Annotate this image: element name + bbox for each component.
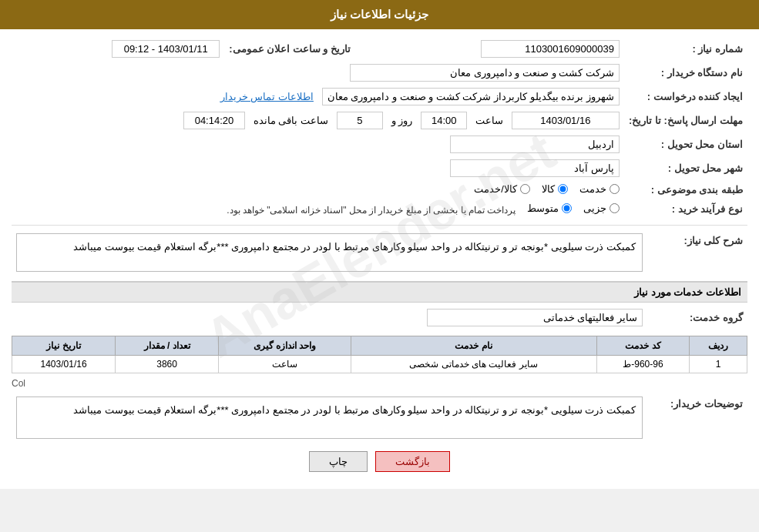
ijad-konande-value: شهروز برنده بیگدیلو کاربرداز شرکت کشت و … [12, 85, 624, 109]
button-bar: بازگشت چاپ [12, 451, 747, 472]
tawzihat-box: کمبکت ذرت سیلویی *بونجه تر و ترنیتکاله د… [16, 396, 643, 439]
radio-kala-label: کالا [542, 183, 555, 195]
info-table-top: شماره نیاز : 1103001609000039 تاریخ و سا… [12, 37, 747, 219]
ijad-konande-box: شهروز برنده بیگدیلو کاربرداز شرکت کشت و … [322, 88, 620, 105]
page-title: جزئیات اطلاعات نیاز [331, 8, 428, 21]
sharh-koli-value: کمبکت ذرت سیلویی *بونجه تر و ترنیتکاله د… [12, 230, 647, 275]
no-farayand-value: جزیی متوسط پرداخت تمام یا بخشی از مبلغ خ… [12, 199, 624, 219]
shomare-niaz-box: 1103001609000039 [481, 40, 620, 58]
radio-motovasset: متوسط [527, 202, 572, 214]
radio-khidmat-label: خدمت [579, 183, 606, 195]
farayand-radio-group: جزیی متوسط [527, 202, 620, 214]
table-cell: 1 [690, 356, 747, 373]
tawzihat-value: کمبکت ذرت سیلویی *بونجه تر و ترنیتکاله د… [12, 393, 647, 442]
radio-motovasset-input[interactable] [562, 203, 572, 213]
sharh-koli-label: شرح کلی نیاز: [647, 230, 747, 275]
tarikh-elan-box: 1403/01/11 - 09:12 [112, 40, 220, 58]
table-cell: ساعت [219, 356, 351, 373]
radio-jozei: جزیی [583, 202, 620, 214]
back-button[interactable]: بازگشت [375, 451, 450, 472]
radio-kala-khidmat-label: کالا/خدمت [474, 183, 517, 195]
grohe-table: گروه خدمت: سایر فعالیتهای خدماتی [12, 306, 747, 330]
shahr-label: شهر محل تحویل : [624, 156, 747, 180]
radio-jozei-input[interactable] [610, 203, 620, 213]
farayand-note: پرداخت تمام یا بخشی از مبلغ خریدار از مح… [227, 205, 516, 216]
saat-box: 14:00 [421, 112, 467, 129]
grohe-value: سایر فعالیتهای خدماتی [12, 306, 647, 330]
tabaghe-radio-group: خدمت کالا کالا/خدمت [474, 183, 620, 195]
main-container: AnaElender.net جزئیات اطلاعات نیاز شماره… [0, 0, 759, 489]
mohlat-ersal-label: مهلت ارسال پاسخ: تا تاریخ: [624, 109, 747, 132]
col-vahed: واحد اندازه گیری [219, 336, 351, 356]
col-area: Col [12, 378, 747, 389]
page-header: جزئیات اطلاعات نیاز [0, 0, 759, 29]
radio-kala-khidmat: کالا/خدمت [474, 183, 530, 195]
sharh-koli-box: کمبکت ذرت سیلویی *بونجه تر و ترنیتکاله د… [16, 233, 643, 272]
sharh-table: شرح کلی نیاز: کمبکت ذرت سیلویی *بونجه تر… [12, 230, 747, 275]
tabaghe-value: خدمت کالا کالا/خدمت [12, 180, 624, 199]
radio-kala: کالا [542, 183, 568, 195]
grohe-box: سایر فعالیتهای خدماتی [427, 309, 643, 326]
table-cell: سایر فعالیت های خدماتی شخصی [351, 356, 596, 373]
mohlat-ersal-value: 1403/01/16 ساعت 14:00 روز و 5 ساعت باقی … [12, 109, 624, 132]
radio-jozei-label: جزیی [583, 202, 606, 214]
tabaghe-label: طبقه بندی موضوعی : [624, 180, 747, 199]
shomare-niaz-value: 1103001609000039 [355, 37, 624, 61]
tarikh-elan-value: 1403/01/11 - 09:12 [12, 37, 224, 61]
content-area: شماره نیاز : 1103001609000039 تاریخ و سا… [0, 29, 759, 489]
roz-box: 5 [337, 112, 383, 129]
shahr-box: پارس آباد [450, 159, 620, 177]
baghimande-label: ساعت باقی مانده [254, 115, 328, 126]
shahr-value: پارس آباد [12, 156, 624, 180]
col-kod: کد خدمت [596, 336, 690, 356]
table-cell: 1403/01/16 [12, 356, 116, 373]
print-button[interactable]: چاپ [309, 451, 368, 472]
nam-dastgah-box: شرکت کشت و صنعت و دامپروری معان [350, 64, 620, 82]
ettelaat-tamas-link[interactable]: اطلاعات تماس خریدار [220, 91, 314, 102]
radio-khidmat-input[interactable] [610, 184, 620, 194]
roz-label: روز و [391, 115, 413, 126]
ijad-konande-label: ایجاد کننده درخواست : [624, 85, 747, 109]
col-label: Col [12, 378, 25, 389]
table-cell: 3860 [116, 356, 219, 373]
radio-khidmat: خدمت [579, 183, 620, 195]
tawzihat-table: توضیحات خریدار: کمبکت ذرت سیلویی *بونجه … [12, 393, 747, 442]
radio-kala-khidmat-input[interactable] [520, 184, 530, 194]
radio-motovasset-label: متوسط [527, 202, 559, 214]
col-tarikh: تاریخ نیاز [12, 336, 116, 356]
col-nam: نام خدمت [351, 336, 596, 356]
grohe-label: گروه خدمت: [647, 306, 747, 330]
ostan-value: اردبیل [12, 132, 624, 156]
nam-dastgah-value: شرکت کشت و صنعت و دامپروری معان [12, 61, 624, 85]
table-cell: 960-96-ط [596, 356, 690, 373]
col-radif: ردیف [690, 336, 747, 356]
shomare-niaz-label: شماره نیاز : [624, 37, 747, 61]
ostan-label: استان محل تحویل : [624, 132, 747, 156]
saat-label: ساعت [475, 115, 503, 126]
baghimande-box: 04:14:20 [183, 112, 245, 129]
services-table: ردیف کد خدمت نام خدمت واحد اندازه گیری ت… [12, 336, 747, 373]
col-tedad: تعداد / مقدار [116, 336, 219, 356]
no-farayand-label: نوع فرآیند خرید : [624, 199, 747, 219]
mohlat-date-box: 1403/01/16 [512, 112, 620, 129]
radio-kala-input[interactable] [558, 184, 568, 194]
ostan-box: اردبیل [450, 136, 620, 153]
tarikh-elan-label: تاریخ و ساعت اعلان عمومی: [224, 37, 355, 61]
tawzihat-label: توضیحات خریدار: [647, 393, 747, 442]
nam-dastgah-label: نام دستگاه خریدار : [624, 61, 747, 85]
services-section-header: اطلاعات خدمات مورد نیاز [12, 281, 747, 303]
divider-1 [12, 225, 747, 226]
table-row: 1960-96-طسایر فعالیت های خدماتی شخصیساعت… [12, 356, 747, 373]
